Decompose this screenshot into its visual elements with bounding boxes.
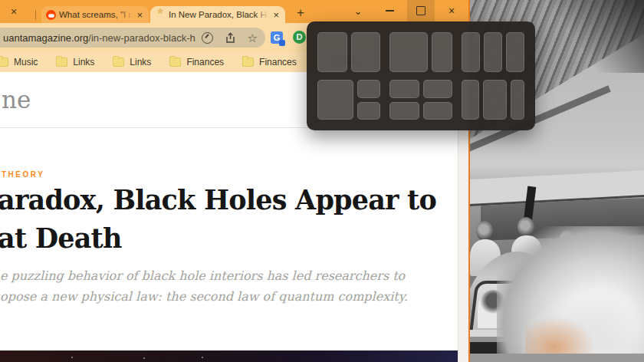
- bookmark-folder-music[interactable]: Music: [0, 57, 38, 67]
- snap-cell: [506, 32, 524, 72]
- bookmark-folder-links[interactable]: Links: [56, 57, 94, 67]
- maximize-button[interactable]: [407, 0, 435, 21]
- snap-cell: [357, 80, 380, 98]
- bookmark-folder-finances[interactable]: Finances: [242, 57, 297, 67]
- snap-cell: [317, 80, 353, 120]
- tab-quanta-article[interactable]: * In New Paradox, Black Hol ×: [150, 6, 285, 23]
- close-tab-icon[interactable]: ×: [271, 9, 281, 21]
- snap-cell: [511, 80, 524, 120]
- minimize-button[interactable]: [379, 0, 400, 21]
- snap-option-two-equal-columns[interactable]: [317, 32, 380, 72]
- photo-roof-shadow: [537, 0, 644, 73]
- bookmark-star-icon[interactable]: ☆: [248, 32, 258, 44]
- bookmark-folder-finances[interactable]: Finances: [169, 57, 224, 67]
- hero-star-dot: [202, 357, 203, 358]
- snap-option-three-columns[interactable]: [462, 32, 524, 72]
- hero-star-dot: [71, 357, 73, 358]
- share-icon[interactable]: [225, 32, 236, 44]
- article-category[interactable]: THEORY: [2, 170, 44, 179]
- snap-cell: [423, 102, 453, 120]
- tab-title: In New Paradox, Black Hol: [169, 10, 268, 19]
- article-headline: aradox, Black Holes Appear toat Death: [0, 181, 436, 258]
- snap-layouts-popup: [307, 21, 535, 130]
- folder-icon: [56, 58, 67, 67]
- folder-icon: [0, 58, 8, 67]
- close-tab-icon[interactable]: ×: [11, 5, 17, 18]
- snap-cell: [317, 32, 347, 72]
- quanta-favicon-icon: *: [155, 9, 166, 20]
- omnibox-icons: ☆: [202, 32, 258, 44]
- snap-cell: [351, 32, 381, 72]
- address-bar[interactable]: uantamagazine.org/in-new-paradox-black-h…: [0, 28, 265, 48]
- photo-ground: [470, 354, 644, 362]
- maximize-icon: [416, 6, 426, 15]
- close-window-button[interactable]: ×: [440, 0, 463, 21]
- snap-cell: [432, 32, 452, 72]
- reddit-favicon-icon: [46, 10, 56, 20]
- close-tab-icon[interactable]: ×: [135, 9, 144, 21]
- window-menu-chevron-icon[interactable]: ⌄: [347, 0, 370, 21]
- tab-separator: [35, 10, 36, 20]
- minimize-icon: [386, 10, 394, 12]
- tab-reddit[interactable]: What screams, "I make po ×: [41, 6, 149, 23]
- snap-cell: [389, 80, 419, 98]
- folder-icon: [113, 58, 124, 67]
- desktop: × What screams, "I make po × * In New Pa…: [0, 0, 644, 362]
- photo-onlooker-head: [476, 221, 493, 241]
- snap-cell: [389, 32, 428, 72]
- bookmark-folder-links[interactable]: Links: [113, 57, 151, 67]
- snap-cell: [484, 32, 502, 72]
- snap-cell: [389, 102, 419, 120]
- snap-option-four-quadrants[interactable]: [389, 80, 452, 120]
- green-extension-icon[interactable]: D: [293, 31, 306, 44]
- snap-option-three-columns-wide-center[interactable]: [462, 80, 524, 120]
- snap-cell: [423, 80, 453, 98]
- tab-strip: × What screams, "I make po × * In New Pa…: [0, 0, 470, 23]
- new-tab-button[interactable]: +: [293, 5, 308, 21]
- quanta-logo-fragment: ne: [2, 86, 31, 114]
- url-text[interactable]: uantamagazine.org/in-new-paradox-black-h…: [3, 32, 196, 44]
- article-hero-image-top: [0, 350, 458, 362]
- article-dek: e puzzling behavior of black hole interi…: [0, 265, 408, 307]
- snap-cell: [462, 80, 479, 120]
- snap-option-left-half-right-stacked[interactable]: [317, 80, 380, 120]
- translate-extension-icon[interactable]: G: [271, 31, 283, 44]
- snap-cell: [357, 102, 380, 120]
- folder-icon: [242, 58, 254, 67]
- folder-icon: [169, 58, 181, 67]
- snap-cell: [462, 32, 480, 72]
- snap-option-left-wide-right-narrow[interactable]: [389, 32, 452, 72]
- tab-title: What screams, "I make po: [59, 10, 132, 19]
- gauge-icon[interactable]: [202, 32, 213, 44]
- snap-cell: [483, 80, 508, 120]
- hero-star-dot: [143, 357, 145, 359]
